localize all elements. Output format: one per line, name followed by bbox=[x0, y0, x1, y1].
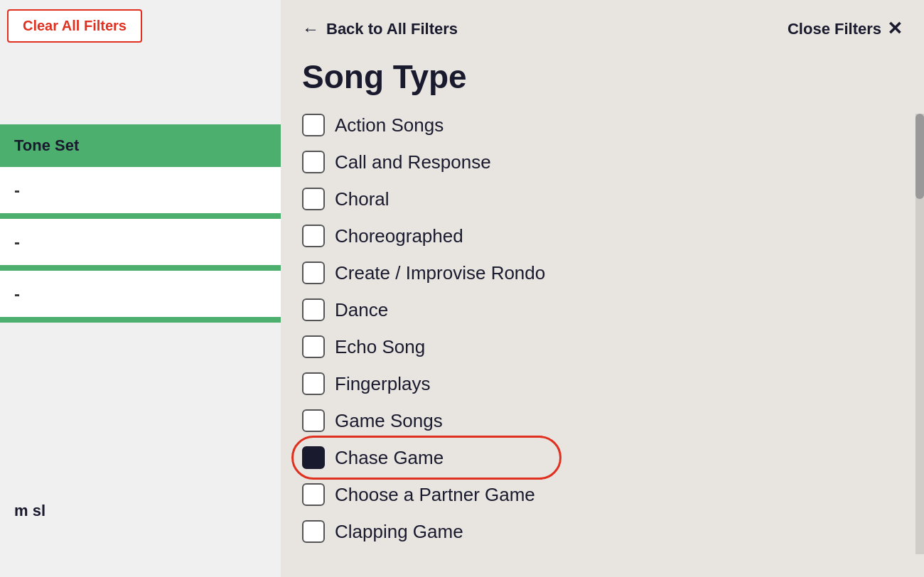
green-divider-1 bbox=[0, 213, 281, 219]
filter-label-echo-song: Echo Song bbox=[335, 336, 425, 358]
filter-item-game-songs[interactable]: Game Songs bbox=[302, 402, 903, 439]
filter-label-action-songs: Action Songs bbox=[335, 114, 444, 136]
checkbox-call-and-response[interactable] bbox=[302, 151, 325, 173]
filter-item-clapping-game[interactable]: Clapping Game bbox=[302, 513, 903, 550]
filter-item-choreographed[interactable]: Choreographed bbox=[302, 217, 903, 254]
tone-dash-3: - bbox=[14, 284, 20, 304]
tone-row-1: - bbox=[0, 167, 281, 213]
song-type-title: Song Type bbox=[281, 50, 924, 107]
checkbox-fingerplays[interactable] bbox=[302, 372, 325, 395]
filter-header: ← Back to All Filters Close Filters ✕ bbox=[281, 0, 924, 50]
filter-item-fingerplays[interactable]: Fingerplays bbox=[302, 365, 903, 402]
filter-label-dance: Dance bbox=[335, 299, 388, 321]
filter-label-create-improvise-rondo: Create / Improvise Rondo bbox=[335, 262, 545, 284]
filter-item-action-songs[interactable]: Action Songs bbox=[302, 107, 903, 144]
filter-label-choreographed: Choreographed bbox=[335, 225, 463, 247]
tone-set-section: Tone Set - - - bbox=[0, 124, 281, 323]
filter-label-clapping-game: Clapping Game bbox=[335, 521, 463, 543]
clear-all-filters-button[interactable]: Clear All Filters bbox=[7, 9, 142, 43]
close-filters-button[interactable]: Close Filters ✕ bbox=[788, 18, 903, 40]
checkbox-echo-song[interactable] bbox=[302, 335, 325, 358]
checkbox-clapping-game[interactable] bbox=[302, 520, 325, 543]
filter-label-call-and-response: Call and Response bbox=[335, 151, 491, 173]
left-panel: Clear All Filters Tone Set - - - m sl bbox=[0, 0, 281, 577]
filter-label-choral: Choral bbox=[335, 188, 390, 210]
back-link-label: Back to All Filters bbox=[326, 20, 458, 38]
back-to-all-filters-button[interactable]: ← Back to All Filters bbox=[302, 19, 458, 39]
tone-set-label: Tone Set bbox=[14, 136, 79, 155]
filter-label-chase-game: Chase Game bbox=[335, 447, 444, 469]
filter-label-game-songs: Game Songs bbox=[335, 410, 443, 432]
filter-item-create-improvise-rondo[interactable]: Create / Improvise Rondo bbox=[302, 254, 903, 291]
checkbox-choreographed[interactable] bbox=[302, 225, 325, 247]
checkbox-choral[interactable] bbox=[302, 188, 325, 210]
tone-row-3: - bbox=[0, 271, 281, 317]
filter-item-echo-song[interactable]: Echo Song bbox=[302, 328, 903, 365]
filter-panel: ← Back to All Filters Close Filters ✕ So… bbox=[281, 0, 924, 577]
filter-item-call-and-response[interactable]: Call and Response bbox=[302, 144, 903, 180]
tone-dash-1: - bbox=[14, 180, 20, 200]
back-arrow-icon: ← bbox=[302, 19, 319, 39]
filter-label-choose-partner-game: Choose a Partner Game bbox=[335, 484, 535, 506]
tone-set-header: Tone Set bbox=[0, 124, 281, 167]
checkbox-action-songs[interactable] bbox=[302, 114, 325, 136]
tone-dash-2: - bbox=[14, 232, 20, 252]
filter-label-fingerplays: Fingerplays bbox=[335, 373, 430, 395]
checkbox-chase-game[interactable] bbox=[302, 446, 325, 469]
checkbox-create-improvise-rondo[interactable] bbox=[302, 261, 325, 284]
filter-item-dance[interactable]: Dance bbox=[302, 291, 903, 328]
checkbox-choose-partner-game[interactable] bbox=[302, 483, 325, 506]
scrollbar-thumb[interactable] bbox=[915, 114, 924, 199]
checkbox-dance[interactable] bbox=[302, 298, 325, 321]
filter-item-chase-game[interactable]: Chase Game bbox=[302, 439, 903, 476]
close-filters-label: Close Filters bbox=[788, 20, 881, 38]
tone-row-2: - bbox=[0, 219, 281, 265]
green-divider-2 bbox=[0, 265, 281, 271]
bottom-label: m sl bbox=[14, 502, 45, 520]
checkbox-game-songs[interactable] bbox=[302, 409, 325, 432]
green-divider-3 bbox=[0, 317, 281, 323]
filter-list: Action Songs Call and Response Choral Ch… bbox=[281, 107, 924, 559]
filter-item-choral[interactable]: Choral bbox=[302, 180, 903, 217]
filter-item-choose-partner-game[interactable]: Choose a Partner Game bbox=[302, 476, 903, 513]
close-x-icon: ✕ bbox=[887, 18, 903, 40]
